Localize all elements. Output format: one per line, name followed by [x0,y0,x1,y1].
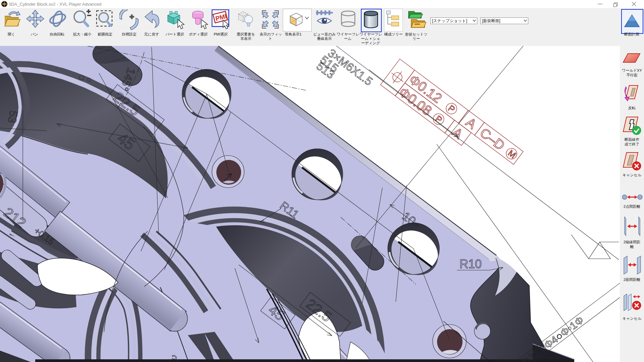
svg-text:53: 53 [6,110,20,124]
svg-text:R10: R10 [460,257,482,271]
